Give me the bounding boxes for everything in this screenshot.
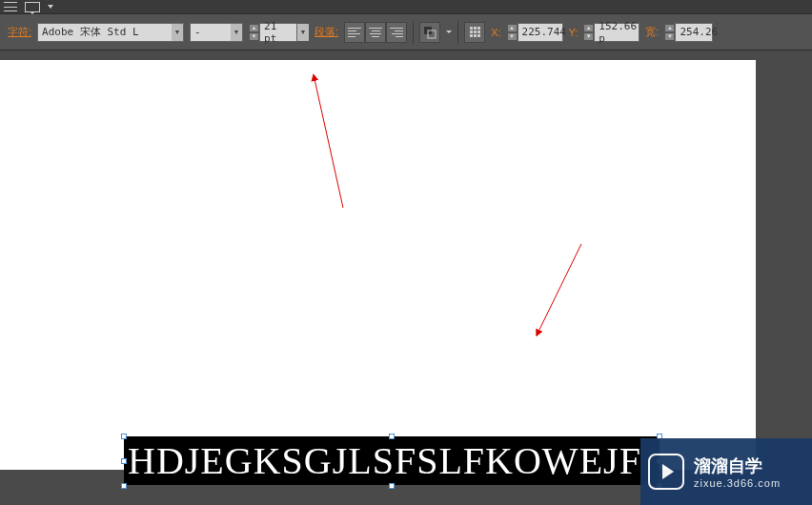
dropdown-arrow-icon[interactable]: ▼ [172, 24, 183, 41]
canvas-area[interactable]: HDJEGKSGJLSFSLFKOWEJF 溜溜自学 zixue.3d66.co… [0, 50, 812, 505]
character-toolbar: 字符: ▼ ▼ ▲ ▼ 21 pt ▼ 段落: X: [0, 14, 812, 50]
text-frame[interactable]: HDJEGKSGJLSFSLFKOWEJF [124, 436, 660, 486]
resize-handle[interactable] [121, 483, 127, 489]
character-label[interactable]: 字符: [8, 25, 31, 39]
top-toolbar [0, 0, 812, 14]
width-spinner[interactable]: ▲ ▼ 254.26 [664, 23, 713, 42]
y-spinner[interactable]: ▲ ▼ 152.66 p [583, 23, 639, 42]
alignment-group [344, 22, 407, 43]
font-style-input[interactable] [191, 26, 231, 38]
decrease-button[interactable]: ▼ [664, 32, 675, 41]
resize-handle[interactable] [389, 483, 395, 489]
play-icon [648, 454, 684, 490]
y-label: Y: [569, 27, 579, 38]
resize-handle[interactable] [121, 458, 127, 464]
width-field[interactable]: 254.26 [675, 23, 713, 42]
watermark-title: 溜溜自学 [694, 454, 781, 477]
dropdown-arrow-icon[interactable]: ▼ [231, 24, 242, 41]
screen-mode-icon[interactable] [25, 2, 40, 12]
align-right-button[interactable] [386, 22, 407, 43]
font-size-spinner[interactable]: ▲ ▼ 21 pt ▼ [249, 23, 309, 42]
document-page[interactable] [0, 60, 756, 470]
x-spinner[interactable]: ▲ ▼ 225.744 [507, 23, 563, 42]
decrease-button[interactable]: ▼ [249, 32, 259, 41]
text-content[interactable]: HDJEGKSGJLSFSLFKOWEJF [124, 436, 660, 485]
increase-button[interactable]: ▲ [507, 24, 518, 32]
paragraph-label[interactable]: 段落: [315, 25, 338, 39]
font-style-combo[interactable]: ▼ [190, 23, 243, 42]
fill-options-button[interactable] [419, 22, 440, 43]
watermark: 溜溜自学 zixue.3d66.com [640, 438, 812, 505]
increase-button[interactable]: ▲ [664, 24, 675, 32]
x-label: X: [491, 27, 500, 38]
y-field[interactable]: 152.66 p [594, 23, 639, 42]
x-field[interactable]: 225.744 [518, 23, 563, 42]
increase-button[interactable]: ▲ [249, 24, 259, 32]
font-family-input[interactable] [38, 26, 172, 38]
arrange-documents-icon[interactable] [4, 2, 17, 11]
dropdown-arrow-icon[interactable] [446, 30, 452, 33]
dropdown-arrow-icon[interactable] [48, 5, 53, 9]
resize-handle[interactable] [121, 434, 127, 439]
increase-button[interactable]: ▲ [583, 24, 594, 32]
resize-handle[interactable] [389, 434, 395, 439]
align-center-button[interactable] [365, 22, 386, 43]
decrease-button[interactable]: ▼ [507, 32, 518, 41]
reference-point-button[interactable] [464, 22, 485, 43]
align-left-button[interactable] [344, 22, 365, 43]
font-family-combo[interactable]: ▼ [37, 23, 184, 42]
width-label: 宽: [645, 25, 659, 39]
decrease-button[interactable]: ▼ [583, 32, 594, 41]
dropdown-arrow-icon[interactable]: ▼ [297, 24, 309, 41]
font-size-field[interactable]: 21 pt [259, 23, 297, 42]
watermark-subtitle: zixue.3d66.com [694, 477, 781, 489]
